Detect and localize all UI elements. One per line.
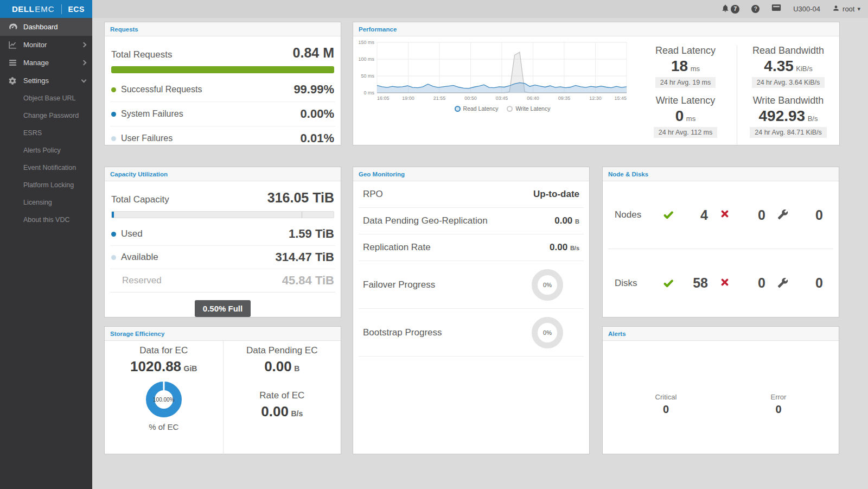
console-button[interactable] bbox=[771, 4, 781, 14]
available-row: Available 314.47 TiB bbox=[110, 245, 335, 269]
critical-alerts-stat: Critical 0 bbox=[655, 393, 677, 416]
panel-title: Node & Disks bbox=[608, 171, 648, 177]
wrench-icon bbox=[777, 277, 789, 289]
data-pending-ec-block: Data Pending EC 0.00 B Rate of EC 0.00 B… bbox=[223, 341, 341, 454]
svg-text:50 ms: 50 ms bbox=[361, 73, 374, 79]
performance-panel: Performance 0 ms50 ms100 ms150 ms16:0519… bbox=[353, 22, 840, 145]
write-latency-stat: Write Latency 0 ms 24 hr Avg. 112 ms bbox=[634, 95, 737, 138]
console-window-icon bbox=[771, 4, 781, 14]
user-menu[interactable]: root ▾ bbox=[832, 4, 860, 14]
sidebar-item-label: Settings bbox=[23, 77, 82, 85]
monitor-chart-icon bbox=[8, 40, 17, 50]
read-bandwidth-stat: Read Bandwidth 4.35 KiB/s 24 hr Avg. 3.6… bbox=[737, 45, 839, 88]
topbar-actions: 7 ? U300-04 root ▾ bbox=[721, 0, 860, 18]
chevron-down-icon bbox=[81, 77, 87, 82]
avg-badge: 24 hr Avg. 112 ms bbox=[654, 127, 718, 138]
successful-requests-row: Successful Requests 99.99% bbox=[110, 78, 335, 101]
sidebar-item-platform-locking[interactable]: Platform Locking bbox=[0, 176, 92, 194]
sidebar-item-esrs[interactable]: ESRS bbox=[0, 124, 92, 142]
sidebar-item-settings[interactable]: Settings bbox=[0, 72, 92, 90]
avg-badge: 24 hr Avg. 3.64 KiB/s bbox=[752, 77, 825, 88]
error-alerts-stat: Error 0 bbox=[771, 393, 787, 416]
sidebar-item-object-base-url[interactable]: Object Base URL bbox=[0, 90, 92, 107]
performance-stats: Read Latency 18 ms 24 hr Avg. 19 ms Writ… bbox=[634, 39, 839, 145]
legend-read-latency[interactable]: Read Latency bbox=[455, 105, 499, 112]
svg-text:21:55: 21:55 bbox=[433, 96, 446, 101]
help-button[interactable]: ? bbox=[751, 5, 760, 13]
donut-label: % of EC bbox=[149, 422, 178, 431]
brand-emc: EMC bbox=[35, 4, 54, 14]
donut-gap bbox=[163, 382, 164, 390]
svg-text:0 ms: 0 ms bbox=[363, 90, 374, 96]
svg-text:00:50: 00:50 bbox=[464, 96, 477, 101]
wrench-icon bbox=[777, 209, 789, 221]
pale-dot-icon bbox=[111, 136, 116, 141]
geo-monitoring-panel: Geo Monitoring RPO Up-to-date Data Pendi… bbox=[353, 167, 590, 454]
panel-header: Geo Monitoring bbox=[353, 167, 589, 181]
total-requests-row: Total Requests 0.84 M bbox=[110, 41, 335, 61]
gear-icon bbox=[8, 76, 17, 86]
failover-progress-donut: 0% bbox=[532, 269, 563, 301]
chevron-right-icon bbox=[81, 60, 87, 66]
panel-title: Geo Monitoring bbox=[359, 171, 405, 177]
sidebar-item-dashboard[interactable]: Dashboard bbox=[0, 18, 92, 36]
rpo-row: RPO Up-to-date bbox=[359, 181, 584, 208]
panel-header: Requests bbox=[105, 22, 341, 36]
legend-write-latency[interactable]: Write Latency bbox=[507, 105, 550, 112]
radio-unselected-icon bbox=[507, 106, 513, 112]
panel-title: Capacity Utilization bbox=[110, 171, 168, 177]
sidebar-item-alerts-policy[interactable]: Alerts Policy bbox=[0, 142, 92, 159]
notifications-button[interactable]: 7 bbox=[721, 4, 739, 15]
capacity-panel: Capacity Utilization Total Capacity 316.… bbox=[104, 167, 341, 317]
read-latency-stat: Read Latency 18 ms 24 hr Avg. 19 ms bbox=[634, 45, 737, 88]
percent-of-ec-donut: 100.00% bbox=[146, 382, 182, 417]
green-dot-icon bbox=[111, 87, 116, 92]
used-row: Used 1.59 TiB bbox=[110, 223, 335, 245]
blue-dot-icon bbox=[111, 112, 116, 117]
panel-title: Alerts bbox=[608, 331, 626, 337]
topbar: DELLEMC ECS 7 ? U300-04 bbox=[0, 0, 868, 18]
alerts-panel: Alerts Critical 0 Error 0 bbox=[602, 326, 839, 454]
user-failures-row: User Failures 0.01% bbox=[110, 126, 335, 150]
storage-efficiency-panel: Storage Efficiency Data for EC 1020.88 G… bbox=[104, 326, 341, 454]
panel-header: Alerts bbox=[603, 327, 839, 341]
disks-row: Disks 58 0 0 bbox=[608, 249, 833, 317]
sidebar-item-event-notification[interactable]: Event Notification bbox=[0, 159, 92, 176]
sidebar-item-licensing[interactable]: Licensing bbox=[0, 194, 92, 211]
brand-app: ECS bbox=[68, 5, 85, 14]
capacity-reserved-marker bbox=[302, 212, 302, 218]
performance-chart: 0 ms50 ms100 ms150 ms16:0519:0021:5500:5… bbox=[356, 39, 632, 103]
svg-text:12:30: 12:30 bbox=[589, 96, 602, 101]
panel-header: Performance bbox=[353, 22, 839, 36]
brand-dell: DELL bbox=[12, 4, 34, 14]
sidebar-item-monitor[interactable]: Monitor bbox=[0, 36, 92, 54]
sidebar-item-about-this-vdc[interactable]: About this VDC bbox=[0, 211, 92, 228]
sidebar: Dashboard Monitor Manage Settings Object… bbox=[0, 18, 92, 489]
total-capacity-row: Total Capacity 316.05 TiB bbox=[110, 186, 335, 206]
svg-text:19:00: 19:00 bbox=[402, 96, 414, 101]
caret-down-icon: ▾ bbox=[857, 5, 860, 12]
node-disks-panel: Node & Disks Nodes 4 0 0 Disks bbox=[602, 167, 839, 317]
total-requests-label: Total Requests bbox=[111, 49, 172, 60]
cross-icon bbox=[720, 209, 732, 221]
sidebar-item-manage[interactable]: Manage bbox=[0, 54, 92, 72]
performance-chart-area: 0 ms50 ms100 ms150 ms16:0519:0021:5500:5… bbox=[356, 39, 634, 145]
system-failures-row: System Failures 0.00% bbox=[110, 101, 335, 126]
panel-header: Node & Disks bbox=[603, 167, 839, 181]
blue-dot-icon bbox=[111, 232, 116, 237]
username: root bbox=[843, 5, 854, 13]
app-root: DELLEMC ECS 7 ? U300-04 bbox=[0, 0, 868, 489]
percent-full-badge: 0.50% Full bbox=[195, 300, 251, 317]
bootstrap-progress-donut: 0% bbox=[532, 317, 563, 348]
panel-title: Requests bbox=[110, 26, 138, 33]
reserved-row: Reserved 45.84 TiB bbox=[110, 269, 335, 293]
svg-text:15:45: 15:45 bbox=[614, 96, 627, 101]
sidebar-item-change-password[interactable]: Change Password bbox=[0, 107, 92, 124]
bootstrap-progress-row: Bootstrap Progress 0% bbox=[359, 309, 584, 357]
nodes-row: Nodes 4 0 0 bbox=[608, 181, 833, 249]
brand-logo: DELLEMC ECS bbox=[0, 0, 92, 18]
dashboard-gauge-icon bbox=[8, 22, 17, 32]
capacity-bar bbox=[111, 211, 334, 218]
svg-text:100 ms: 100 ms bbox=[358, 56, 374, 62]
check-icon bbox=[662, 277, 674, 289]
